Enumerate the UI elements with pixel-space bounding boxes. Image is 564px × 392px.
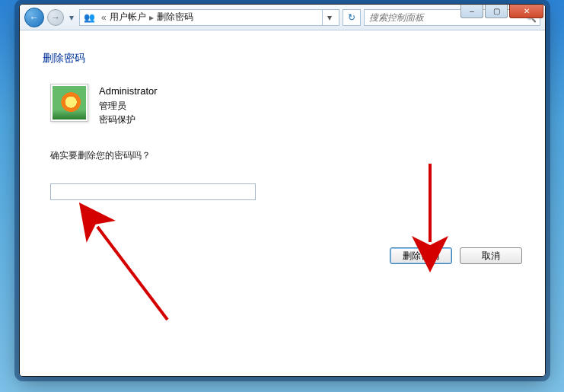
breadcrumb[interactable]: 👥 « 用户帐户 ▸ 删除密码 ▾ — [79, 9, 339, 26]
maximize-button[interactable]: ▢ — [485, 5, 508, 18]
breadcrumb-separator-icon: ▸ — [149, 12, 154, 23]
forward-button[interactable]: → — [47, 9, 64, 26]
chevron-down-icon: ▾ — [69, 12, 74, 23]
user-name: Administrator — [99, 84, 158, 99]
current-password-input[interactable] — [50, 183, 256, 200]
breadcrumb-separator-icon: « — [101, 12, 107, 23]
refresh-icon: ↻ — [348, 12, 355, 23]
window-controls: – ▢ ✕ — [460, 5, 543, 18]
maximize-icon: ▢ — [493, 7, 500, 15]
chevron-down-icon: ▾ — [327, 12, 332, 23]
confirmation-prompt: 确实要删除您的密码吗？ — [43, 149, 522, 162]
page-title: 删除密码 — [43, 52, 522, 65]
user-password-status: 密码保护 — [99, 113, 158, 126]
breadcrumb-dropdown[interactable]: ▾ — [322, 9, 336, 26]
back-icon: ← — [30, 12, 39, 23]
content-area: 删除密码 Administrator 管理员 密码保护 确实要删除您的密码吗？ … — [20, 30, 545, 376]
minimize-icon: – — [470, 7, 474, 15]
delete-password-button[interactable]: 删除密码 — [390, 247, 452, 264]
close-button[interactable]: ✕ — [509, 5, 543, 18]
avatar-image — [53, 86, 86, 120]
user-info-block: Administrator 管理员 密码保护 — [43, 84, 522, 126]
avatar — [50, 84, 88, 122]
cancel-button[interactable]: 取消 — [460, 247, 522, 264]
dialog-buttons: 删除密码 取消 — [390, 247, 522, 264]
refresh-button[interactable]: ↻ — [343, 9, 361, 26]
minimize-button[interactable]: – — [460, 5, 483, 18]
close-icon: ✕ — [524, 7, 530, 15]
breadcrumb-part[interactable]: 用户帐户 — [110, 11, 146, 24]
history-dropdown[interactable]: ▾ — [67, 10, 76, 25]
control-panel-window: – ▢ ✕ ← → ▾ 👥 « 用户帐户 ▸ 删除密码 ▾ — [19, 4, 546, 377]
back-button[interactable]: ← — [24, 8, 44, 27]
breadcrumb-part[interactable]: 删除密码 — [157, 11, 193, 24]
user-role: 管理员 — [99, 99, 158, 113]
forward-icon: → — [51, 12, 60, 23]
user-info-text: Administrator 管理员 密码保护 — [99, 84, 158, 126]
users-icon: 👥 — [83, 11, 95, 24]
